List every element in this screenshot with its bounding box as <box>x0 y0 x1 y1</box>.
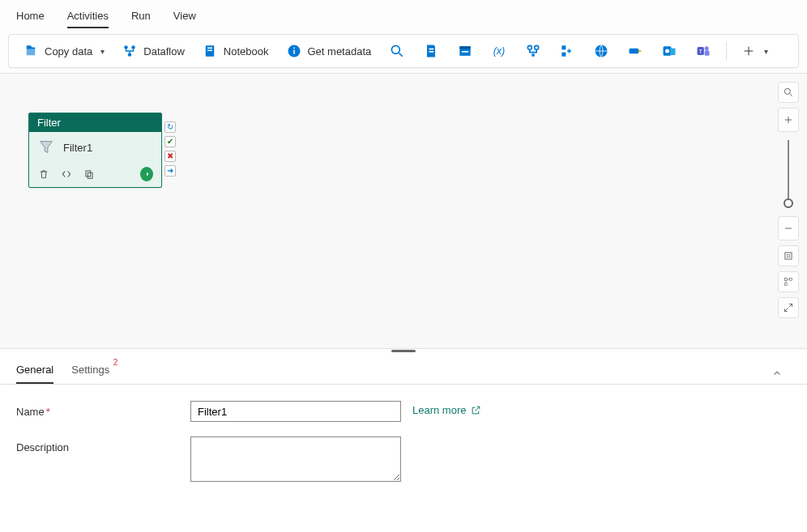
search-icon <box>389 43 405 59</box>
tab-home[interactable]: Home <box>16 6 45 28</box>
svg-point-26 <box>665 49 669 53</box>
notebook-label: Notebook <box>224 45 269 57</box>
svg-line-34 <box>790 94 792 96</box>
canvas-controls <box>778 82 799 318</box>
port-skip[interactable]: ➜ <box>164 165 176 177</box>
functions-icon <box>525 43 541 59</box>
svg-rect-23 <box>630 49 639 54</box>
code-node-button[interactable] <box>60 168 73 181</box>
dataflow-button[interactable]: Dataflow <box>114 39 193 63</box>
chevron-down-icon: ▾ <box>764 47 768 56</box>
toolbar-separator <box>726 42 727 60</box>
get-metadata-label: Get metadata <box>308 45 372 57</box>
svg-point-0 <box>125 45 129 49</box>
script-icon <box>423 43 439 59</box>
svg-point-28 <box>705 46 709 50</box>
dataflow-label: Dataflow <box>143 45 185 57</box>
description-label: Description <box>16 436 190 453</box>
stored-procedure-button[interactable] <box>449 38 481 64</box>
pipeline-icon <box>627 43 643 59</box>
svg-rect-32 <box>88 172 92 178</box>
learn-more-link[interactable]: Learn more <box>412 401 481 416</box>
svg-rect-36 <box>787 254 790 257</box>
append-variable-button[interactable] <box>551 38 583 64</box>
tab-activities[interactable]: Activities <box>67 6 109 28</box>
dataflow-icon <box>122 44 137 58</box>
svg-rect-12 <box>429 51 434 53</box>
fullscreen-button[interactable] <box>778 297 799 318</box>
panel-tab-settings[interactable]: Settings 2 <box>71 360 109 384</box>
panel-collapse-button[interactable] <box>766 363 788 384</box>
zoom-slider[interactable] <box>788 140 789 208</box>
svg-text:(x): (x) <box>493 45 506 57</box>
append-icon <box>559 43 575 59</box>
copy-data-icon <box>23 44 38 58</box>
port-success[interactable]: ✔ <box>164 136 176 147</box>
globe-icon <box>593 43 609 59</box>
svg-rect-8 <box>293 48 295 49</box>
delete-node-button[interactable] <box>37 168 50 181</box>
invoke-pipeline-button[interactable] <box>619 38 651 64</box>
port-retry[interactable]: ↻ <box>164 121 176 133</box>
svg-rect-35 <box>785 253 792 259</box>
node-name-label: Filter1 <box>63 142 92 154</box>
svg-rect-25 <box>670 49 676 55</box>
functions-button[interactable] <box>517 38 549 64</box>
tab-run[interactable]: Run <box>131 6 151 28</box>
stored-procedure-icon <box>457 43 473 59</box>
svg-rect-39 <box>784 283 787 286</box>
svg-point-33 <box>784 88 790 94</box>
svg-rect-29 <box>705 50 710 56</box>
run-node-button[interactable] <box>140 168 153 181</box>
node-ports: ↻ ✔ ✖ ➜ <box>164 121 176 177</box>
svg-rect-38 <box>790 278 792 280</box>
notebook-button[interactable]: Notebook <box>194 39 277 63</box>
add-activity-button[interactable]: ▾ <box>733 39 776 63</box>
zoom-in-button[interactable] <box>778 108 799 132</box>
svg-rect-4 <box>207 48 212 49</box>
description-input[interactable] <box>190 436 401 482</box>
lookup-button[interactable] <box>381 38 413 64</box>
web-button[interactable] <box>585 38 617 64</box>
panel-tab-settings-label: Settings <box>71 364 109 376</box>
teams-icon: T <box>695 43 711 59</box>
svg-line-10 <box>399 53 403 57</box>
svg-rect-11 <box>429 49 434 50</box>
svg-point-2 <box>128 53 132 57</box>
name-input[interactable] <box>190 401 401 422</box>
tab-view[interactable]: View <box>173 6 196 28</box>
fit-screen-button[interactable] <box>778 245 799 266</box>
outlook-button[interactable] <box>653 38 685 64</box>
toolbar-container: Copy data ▾ Dataflow Notebook Get metada… <box>0 29 807 74</box>
teams-button[interactable]: T <box>687 38 719 64</box>
pipeline-canvas[interactable]: Filter Filter1 ↻ ✔ ✖ ➜ <box>0 74 807 349</box>
chevron-down-icon: ▾ <box>100 47 105 56</box>
external-link-icon <box>471 405 481 415</box>
filter-icon <box>37 138 55 156</box>
panel-tab-general[interactable]: General <box>16 360 53 384</box>
minimap-button[interactable] <box>778 271 799 292</box>
copy-data-label: Copy data <box>45 45 92 57</box>
set-variable-button[interactable]: (x) <box>483 38 515 64</box>
svg-rect-31 <box>86 171 91 177</box>
svg-rect-19 <box>532 53 535 56</box>
info-icon <box>287 44 301 58</box>
node-type-label: Filter <box>29 113 161 132</box>
svg-rect-15 <box>462 51 468 53</box>
svg-rect-7 <box>293 50 295 54</box>
node-body: Filter1 <box>29 132 161 163</box>
script-button[interactable] <box>415 38 447 64</box>
copy-node-button[interactable] <box>83 168 96 181</box>
copy-data-button[interactable]: Copy data ▾ <box>15 39 113 63</box>
port-fail[interactable]: ✖ <box>164 151 176 162</box>
svg-rect-5 <box>207 50 212 52</box>
svg-rect-14 <box>460 46 471 49</box>
canvas-search-button[interactable] <box>778 82 799 103</box>
zoom-slider-thumb[interactable] <box>784 198 793 208</box>
plus-icon <box>741 44 756 58</box>
zoom-out-button[interactable] <box>778 216 799 240</box>
get-metadata-button[interactable]: Get metadata <box>279 39 380 63</box>
activity-node[interactable]: Filter Filter1 ↻ ✔ ✖ ➜ <box>28 113 162 188</box>
svg-text:T: T <box>699 49 702 54</box>
activities-toolbar: Copy data ▾ Dataflow Notebook Get metada… <box>8 34 799 68</box>
